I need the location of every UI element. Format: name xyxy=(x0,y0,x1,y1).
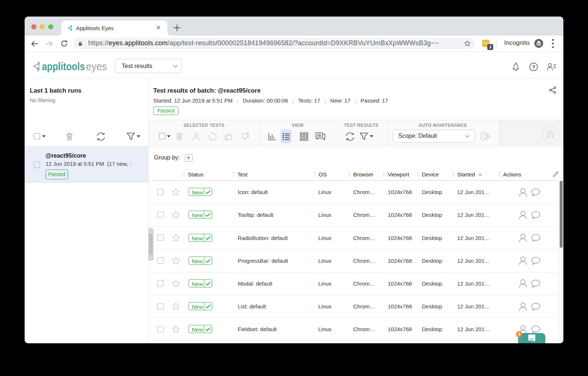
svg-text:applitools: applitools xyxy=(42,60,85,72)
svg-text:eyes: eyes xyxy=(86,60,107,72)
svg-text:?: ? xyxy=(532,64,535,70)
